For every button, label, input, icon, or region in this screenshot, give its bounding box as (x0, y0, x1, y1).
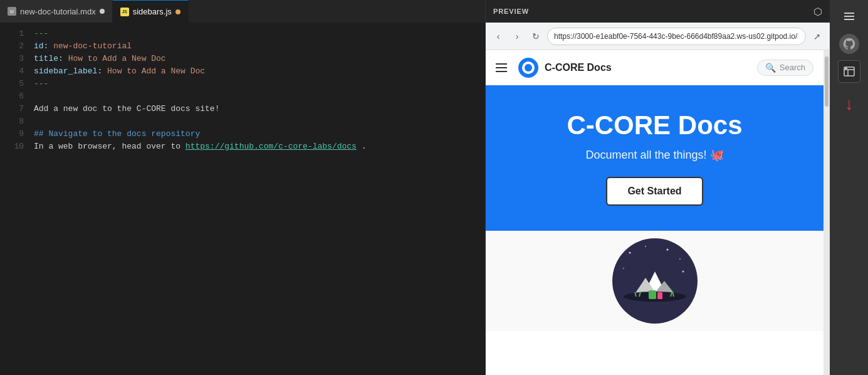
svg-point-9 (682, 271, 684, 273)
svg-point-4 (629, 252, 630, 254)
preview-header: PREVIEW ⬡ (486, 0, 830, 23)
svg-rect-22 (844, 19, 854, 20)
search-placeholder: Search (780, 63, 805, 72)
code-line-7: Add a new doc to the C-CORE docs site! (34, 103, 485, 115)
line-numbers: 1 2 3 4 5 6 7 8 9 10 (0, 23, 31, 375)
preview-panel: PREVIEW ⬡ ‹ › ↻ https://3000-e1eabf0e-75… (486, 0, 830, 375)
docs-search-bar[interactable]: 🔍 Search (757, 60, 813, 76)
code-line-8 (34, 115, 485, 128)
lines-icon (844, 11, 855, 22)
browser-bar: ‹ › ↻ https://3000-e1eabf0e-7564-443c-9b… (486, 23, 830, 50)
browser-back-button[interactable]: ‹ (491, 29, 506, 44)
tab-js-label: sidebars.js (133, 7, 172, 16)
docs-site-name: C-CORE Docs (545, 62, 612, 73)
browser-icon-button[interactable] (838, 60, 860, 83)
code-line-1: --- (34, 28, 485, 40)
github-avatar (839, 34, 859, 54)
code-content[interactable]: --- id: new-doc-tutorial title: How to A… (31, 23, 485, 375)
svg-point-6 (666, 249, 668, 251)
preview-content: C-CORE Docs 🔍 Search C-CORE Docs Documen… (486, 50, 824, 375)
github-icon-button[interactable] (838, 33, 860, 55)
search-icon: 🔍 (765, 63, 776, 73)
red-arrow-indicator: ↓ (838, 93, 860, 115)
lines-icon-button[interactable] (838, 5, 860, 28)
mdx-file-icon: M (8, 7, 16, 16)
code-line-2: id: new-doc-tutorial (34, 40, 485, 53)
tab-js[interactable]: JS sidebars.js (113, 0, 189, 23)
code-line-9: ## Navigate to the docs repository (34, 128, 485, 140)
code-line-5: --- (34, 78, 485, 90)
popout-icon[interactable]: ⬡ (813, 6, 822, 18)
browser-refresh-button[interactable]: ↻ (528, 29, 543, 44)
scrollbar-thumb[interactable] (825, 56, 829, 107)
docs-hero: C-CORE Docs Document all the things! 🐙 G… (486, 85, 824, 231)
preview-scrollbar[interactable] (824, 50, 830, 375)
svg-rect-26 (845, 68, 847, 69)
get-started-button[interactable]: Get Started (606, 177, 703, 206)
code-area: 1 2 3 4 5 6 7 8 9 10 --- id: new-doc-tut… (0, 23, 485, 375)
right-sidebar: ↓ (830, 0, 868, 375)
tab-mdx-dot (100, 9, 105, 14)
js-file-icon: JS (120, 8, 129, 16)
docs-hero-title: C-CORE Docs (498, 110, 811, 140)
browser-url-text: https://3000-e1eabf0e-7564-443c-9bec-666… (554, 32, 797, 41)
svg-rect-15 (657, 292, 662, 299)
docs-hero-subtitle: Document all the things! 🐙 (498, 148, 811, 162)
code-line-4: sidebar_label: How to Add a New Doc (34, 65, 485, 78)
tab-bar: M new-doc-tutorial.mdx JS sidebars.js (0, 0, 485, 23)
browser-url-bar[interactable]: https://3000-e1eabf0e-7564-443c-9bec-666… (547, 28, 806, 45)
preview-label: PREVIEW (493, 8, 529, 15)
svg-point-2 (525, 64, 532, 71)
browser-icon (844, 66, 855, 77)
svg-point-8 (623, 268, 624, 269)
code-line-6 (34, 90, 485, 103)
docs-logo[interactable] (518, 58, 538, 78)
svg-rect-21 (844, 16, 854, 17)
mountain-illustration (611, 237, 699, 325)
tab-mdx[interactable]: M new-doc-tutorial.mdx (0, 0, 113, 23)
tab-mdx-label: new-doc-tutorial.mdx (20, 7, 96, 16)
code-line-10: In a web browser, head over to https://g… (34, 140, 485, 153)
docs-illustration (486, 231, 824, 331)
browser-forward-button[interactable]: › (510, 29, 525, 44)
svg-rect-20 (844, 13, 854, 14)
tab-js-dot (175, 9, 180, 14)
preview-content-wrapper: C-CORE Docs 🔍 Search C-CORE Docs Documen… (486, 50, 830, 375)
svg-point-5 (645, 246, 646, 247)
code-line-3: title: How to Add a New Doc (34, 53, 485, 65)
svg-rect-14 (649, 290, 656, 299)
svg-point-7 (679, 258, 681, 260)
browser-external-link-button[interactable]: ➚ (810, 29, 825, 44)
hamburger-menu-icon[interactable] (496, 63, 507, 72)
editor-panel: M new-doc-tutorial.mdx JS sidebars.js 1 … (0, 0, 486, 375)
docs-navbar: C-CORE Docs 🔍 Search (486, 50, 824, 85)
